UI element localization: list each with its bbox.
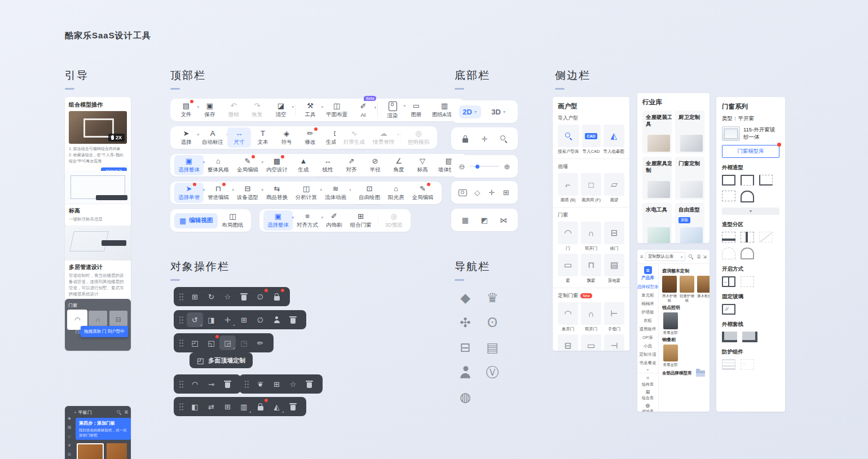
draw-beam-card[interactable]: ▱ 画梁 — [604, 173, 624, 202]
orbit-mode-button[interactable]: ◇ — [471, 186, 483, 198]
snapshot-button[interactable]: ▦ — [459, 214, 472, 226]
frame-rect-dash-bottom[interactable] — [741, 175, 754, 186]
preview-3d-button[interactable]: ◎ 3D预览 — [381, 210, 407, 231]
expand-more-button[interactable]: ▼ — [722, 208, 779, 215]
product-replace-button[interactable]: ⇆ 商品替换 — [262, 183, 292, 203]
split-arch[interactable] — [741, 248, 754, 259]
top-wall-pen-button[interactable]: ◱ — [203, 336, 219, 350]
delete-button[interactable] — [285, 399, 301, 414]
nav-profile[interactable] — [452, 363, 478, 381]
drag-handle[interactable] — [179, 339, 184, 347]
custom-door-card-5[interactable]: ▭ — [581, 334, 601, 351]
rotate-button[interactable]: ↻ — [203, 289, 219, 304]
light-strip-button[interactable]: ∿ 灯带生成 — [340, 127, 369, 148]
replace-plant-button[interactable]: ❦ — [252, 377, 268, 391]
import-trace-card[interactable]: ◭ 导入临摹图 — [603, 125, 625, 154]
view-lock-button[interactable] — [459, 133, 472, 145]
select-button[interactable]: ➤ 选择 ▾ — [174, 127, 198, 148]
select-whole-button[interactable]: ▣ 选择整体 ▾ — [263, 210, 293, 231]
free-modeling-card[interactable]: 自由造型 新版 — [675, 203, 704, 243]
single-door-card[interactable]: ◠ 单开门 — [558, 302, 578, 332]
select-whole-button[interactable]: ▣ 选择整体 ▾ — [174, 155, 204, 175]
select-pipe-button[interactable]: ➤ 选择单管 ▾ — [174, 183, 204, 203]
material-library[interactable]: ◍ 材质库 — [642, 403, 654, 412]
delete-button[interactable] — [219, 377, 236, 391]
window-model-library-button[interactable]: 门窗模型库 — [722, 145, 779, 158]
tools-button[interactable]: ⚒ 工具 ▾ — [298, 100, 322, 120]
nav-vip-badge[interactable]: Ⓥ — [479, 363, 505, 381]
import-cad-card[interactable]: 导入CAD — [582, 125, 601, 154]
rail-category[interactable]: 品牌模型库 — [637, 283, 658, 291]
product-thumb[interactable]: 查看全部 — [662, 312, 678, 335]
draw-room-card[interactable]: □ 画房间 (F) — [581, 173, 601, 202]
draw-wall-card[interactable]: ⌐ 画墙 (B) — [558, 173, 578, 202]
view-3d-toggle[interactable]: 3D ▼ — [488, 105, 510, 118]
hide-button[interactable]: ∅ — [252, 312, 268, 327]
avatar-view-button[interactable] — [268, 312, 285, 327]
rail-item-product-library[interactable]: ≣ 产品库 — [641, 266, 654, 281]
frame-rect[interactable] — [722, 175, 735, 186]
split-diagonal[interactable] — [759, 232, 773, 242]
library-select[interactable]: 定制默认公库 ▾ — [645, 252, 685, 261]
swap-layout-button[interactable]: ◧ — [187, 399, 203, 414]
rail-category[interactable]: 通用板件 — [637, 325, 658, 333]
fluid-animation-button[interactable]: ≋ 流体动画 ▾ — [321, 183, 350, 203]
align-dim-button[interactable]: ⇗ 对齐 — [340, 155, 363, 175]
component-library[interactable]: ⌗ 组件库 — [642, 375, 654, 387]
fixed-glass[interactable] — [722, 304, 735, 315]
sort-icon[interactable]: ☰ — [697, 254, 700, 259]
save-button[interactable]: ▣ 保存 — [198, 100, 222, 120]
search-icon[interactable] — [689, 254, 693, 259]
hard-deco-tool-card[interactable]: 全屋硬装工具 — [642, 111, 672, 153]
delete-button[interactable] — [236, 289, 252, 304]
auto-annotate-button[interactable]: A 自动标注 ▾ — [198, 127, 227, 148]
rail-category[interactable]: 定制吊顶 — [637, 350, 658, 359]
rail-category[interactable]: 小品 — [637, 342, 658, 350]
top-wall-edit-button[interactable]: ◲ — [219, 336, 236, 350]
copy-add-button[interactable]: ⊞ — [219, 399, 236, 414]
nav-furniture[interactable]: ⊟ — [452, 338, 478, 356]
open-fixed[interactable] — [741, 276, 754, 287]
nav-inspiration[interactable]: ʘ — [479, 314, 505, 332]
zoom-frame-button[interactable] — [497, 133, 510, 145]
menu-icon[interactable]: ≡ — [640, 254, 643, 259]
split-horizontal[interactable] — [722, 232, 735, 242]
symbol-button[interactable]: ◈ 符号 — [275, 127, 298, 148]
blinds-button[interactable]: ▥ — [236, 399, 252, 414]
drag-handle[interactable] — [179, 293, 184, 301]
sunroom-button[interactable]: ⌂ 阳光房 — [384, 183, 408, 203]
edit-view-button[interactable]: ▦ 编辑视图 — [174, 213, 218, 228]
frame-rect-dash-top[interactable] — [759, 175, 773, 186]
drag-handle[interactable] — [179, 316, 184, 324]
top-wall-custom-button[interactable]: ◰ — [187, 336, 203, 350]
move-button[interactable]: ✛ — [219, 312, 236, 327]
drag-handle[interactable] — [179, 380, 184, 389]
rail-category[interactable]: 书桌餐桌 — [637, 359, 658, 367]
ai-button[interactable]: ✐ AI ▾ Beta — [351, 100, 375, 120]
floorplan-layout-button[interactable]: ◫ 平面布置 — [322, 100, 351, 120]
lock-button[interactable] — [252, 399, 268, 414]
back-icon[interactable]: ‹ — [74, 410, 76, 415]
render-button[interactable]: 渲染 ▾ — [381, 99, 404, 121]
door-window-custom-card[interactable]: 门窗定制 — [675, 157, 704, 200]
sidebar-mini-icon[interactable]: ▤ — [68, 425, 72, 430]
nav-orders[interactable]: ▤ — [479, 338, 505, 356]
floor-window-card[interactable]: ▤ 落地窗 — [604, 254, 624, 283]
guard-grill-dash[interactable] — [741, 359, 754, 370]
frame-rect-dash[interactable] — [722, 191, 735, 201]
hide-button[interactable]: ∅ — [252, 289, 268, 304]
product-thumb[interactable]: 原木柜体 — [697, 276, 710, 303]
arc-segment-button[interactable]: ◠ — [187, 377, 203, 391]
nav-vip-crown[interactable]: ♛ — [479, 289, 505, 307]
zoom-in-button[interactable]: ⊕ — [501, 160, 513, 173]
nav-toolkit[interactable]: ◍ — [452, 388, 478, 406]
all-brand-library-link[interactable]: 全部品牌模型库 — [662, 370, 706, 377]
album-button[interactable]: ▭ 图册 — [404, 100, 428, 120]
equipment-select-button[interactable]: ⊟ 设备选型 ▾ — [233, 183, 262, 203]
contrast-button[interactable]: ◩ — [478, 214, 491, 226]
rail-category[interactable]: 衣柜 — [637, 316, 658, 325]
rail-category[interactable]: 单元柜 — [637, 291, 658, 299]
rail-category[interactable]: 榻榻米 — [637, 299, 658, 308]
sliding-door-card[interactable]: ⊟ 移门 — [604, 222, 624, 251]
layout-drawing-button[interactable]: ◫ 布局图纸 — [218, 210, 247, 231]
